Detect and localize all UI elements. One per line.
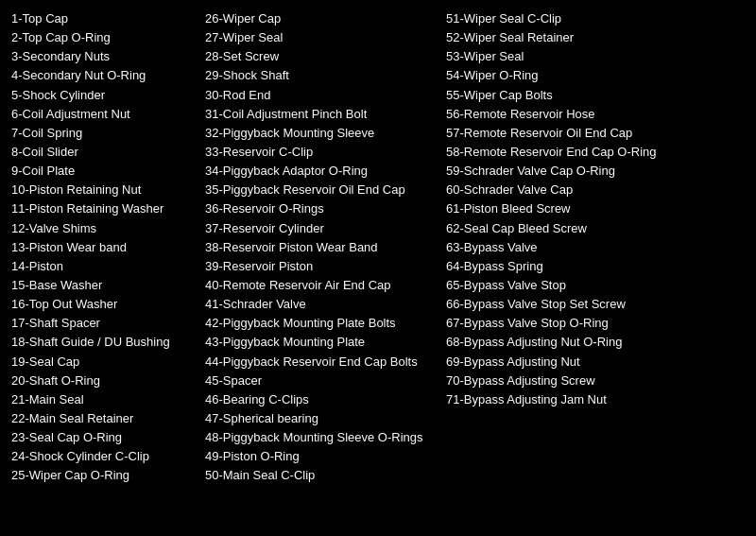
list-item: 20-Shaft O-Ring (11, 372, 196, 390)
list-item: 64-Bypass Spring (446, 257, 687, 276)
list-item: 37-Reservoir Cylinder (205, 219, 437, 238)
list-item: 68-Bypass Adjusting Nut O-Ring (446, 333, 687, 352)
list-item: 44-Piggyback Reservoir End Cap Bolts (205, 353, 437, 372)
list-item: 13-Piston Wear band (11, 238, 196, 257)
list-item: 29-Shock Shaft (205, 66, 437, 85)
list-item: 48-Piggyback Mounting Sleeve O-Rings (205, 428, 437, 447)
list-item: 55-Wiper Cap Bolts (446, 86, 687, 105)
list-item: 30-Rod End (205, 86, 437, 105)
list-item: 61-Piston Bleed Screw (446, 199, 687, 218)
list-item: 51-Wiper Seal C-Clip (446, 9, 687, 28)
list-item: 46-Bearing C-Clips (205, 390, 437, 409)
list-item: 21-Main Seal (11, 390, 196, 409)
parts-list: 1-Top Cap2-Top Cap O-Ring3-Secondary Nut… (11, 9, 745, 486)
list-item: 24-Shock Cylinder C-Clip (11, 447, 196, 466)
list-item: 69-Bypass Adjusting Nut (446, 353, 687, 372)
list-item: 1-Top Cap (11, 9, 196, 28)
list-item: 4-Secondary Nut O-Ring (11, 66, 196, 85)
list-item: 62-Seal Cap Bleed Screw (446, 219, 687, 238)
list-item: 10-Piston Retaining Nut (11, 181, 196, 199)
list-item: 42-Piggyback Mounting Plate Bolts (205, 314, 437, 333)
list-item: 15-Base Washer (11, 276, 196, 295)
list-item: 7-Coil Spring (11, 124, 196, 143)
list-item: 67-Bypass Valve Stop O-Ring (446, 314, 687, 333)
list-item: 38-Reservoir Piston Wear Band (205, 238, 437, 257)
list-item: 25-Wiper Cap O-Ring (11, 466, 196, 485)
list-item: 47-Spherical bearing (205, 409, 437, 428)
list-item: 17-Shaft Spacer (11, 314, 196, 333)
list-item: 32-Piggyback Mounting Sleeve (205, 124, 437, 143)
list-item: 41-Schrader Valve (205, 295, 437, 314)
list-item: 14-Piston (11, 257, 196, 276)
list-item: 54-Wiper O-Ring (446, 66, 687, 85)
list-item: 59-Schrader Valve Cap O-Ring (446, 162, 687, 181)
list-item: 6-Coil Adjustment Nut (11, 105, 196, 124)
list-item: 19-Seal Cap (11, 353, 196, 372)
list-item: 49-Piston O-Ring (205, 447, 437, 466)
column-3: 51-Wiper Seal C-Clip52-Wiper Seal Retain… (446, 9, 696, 486)
list-item: 22-Main Seal Retainer (11, 409, 196, 428)
list-item: 27-Wiper Seal (205, 28, 437, 47)
list-item: 3-Secondary Nuts (11, 47, 196, 66)
list-item: 57-Remote Reservoir Oil End Cap (446, 124, 687, 143)
column-1: 1-Top Cap2-Top Cap O-Ring3-Secondary Nut… (11, 9, 205, 486)
list-item: 16-Top Out Washer (11, 295, 196, 314)
list-item: 36-Reservoir O-Rings (205, 199, 437, 218)
list-item: 40-Remote Reservoir Air End Cap (205, 276, 437, 295)
list-item: 5-Shock Cylinder (11, 86, 196, 105)
list-item: 43-Piggyback Mounting Plate (205, 333, 437, 352)
list-item: 52-Wiper Seal Retainer (446, 28, 687, 47)
list-item: 8-Coil Slider (11, 143, 196, 162)
list-item: 33-Reservoir C-Clip (205, 143, 437, 162)
list-item: 65-Bypass Valve Stop (446, 276, 687, 295)
list-item: 56-Remote Reservoir Hose (446, 105, 687, 124)
list-item: 34-Piggyback Adaptor O-Ring (205, 162, 437, 181)
list-item: 11-Piston Retaining Washer (11, 199, 196, 218)
list-item: 63-Bypass Valve (446, 238, 687, 257)
list-item: 12-Valve Shims (11, 219, 196, 238)
list-item: 50-Main Seal C-Clip (205, 466, 437, 485)
list-item: 53-Wiper Seal (446, 47, 687, 66)
list-item: 28-Set Screw (205, 47, 437, 66)
list-item: 31-Coil Adjustment Pinch Bolt (205, 105, 437, 124)
list-item: 23-Seal Cap O-Ring (11, 428, 196, 447)
list-item: 9-Coil Plate (11, 162, 196, 181)
list-item: 18-Shaft Guide / DU Bushing (11, 333, 196, 352)
list-item: 58-Remote Reservoir End Cap O-Ring (446, 143, 687, 162)
list-item: 70-Bypass Adjusting Screw (446, 372, 687, 390)
list-item: 45-Spacer (205, 372, 437, 390)
column-2: 26-Wiper Cap27-Wiper Seal28-Set Screw29-… (205, 9, 446, 486)
list-item: 66-Bypass Valve Stop Set Screw (446, 295, 687, 314)
list-item: 71-Bypass Adjusting Jam Nut (446, 390, 687, 409)
list-item: 35-Piggyback Reservoir Oil End Cap (205, 181, 437, 199)
list-item: 26-Wiper Cap (205, 9, 437, 28)
list-item: 60-Schrader Valve Cap (446, 181, 687, 199)
list-item: 39-Reservoir Piston (205, 257, 437, 276)
list-item: 2-Top Cap O-Ring (11, 28, 196, 47)
